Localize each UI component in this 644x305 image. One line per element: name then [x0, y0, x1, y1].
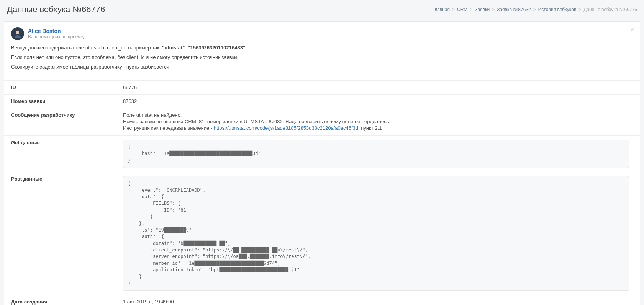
page-title: Данные вебхука №66776 [7, 5, 105, 15]
data-table: ID 66776 Номер заявки 87632 Сообщение ра… [4, 81, 640, 305]
row-label-get: Get данные [4, 136, 123, 172]
assistant-alert: × Alice Boston Ваш помощник по проекту В… [4, 22, 640, 81]
row-label-order: Номер заявки [4, 95, 123, 108]
breadcrumb-item[interactable]: Заявка №87632 [497, 7, 531, 12]
breadcrumb-item[interactable]: История вебхуков [538, 7, 577, 12]
row-value-created: 1 окт. 2019 г., 19:49:00 [123, 295, 640, 305]
row-label-created: Дата создания [4, 295, 123, 305]
chevron-right-icon: > [452, 7, 455, 12]
row-value-order: 87632 [123, 95, 640, 108]
table-row: Дата создания 1 окт. 2019 г., 19:49:00 [4, 295, 640, 305]
assistant-subtitle: Ваш помощник по проекту [28, 34, 85, 39]
breadcrumb: Главная > CRM > Заявки > Заявка №87632 >… [432, 7, 637, 12]
get-code-block: { "hash": "1a███████████████████████████… [123, 140, 629, 168]
table-row: Номер заявки 87632 [4, 95, 640, 108]
chevron-right-icon: > [578, 7, 581, 12]
chevron-right-icon: > [492, 7, 495, 12]
breadcrumb-item[interactable]: Главная [432, 7, 450, 12]
table-row: Get данные { "hash": "1a████████████████… [4, 136, 640, 172]
alert-line-3: Скопируйте содержимое таблицы разработчи… [11, 64, 633, 70]
row-value-devmsg: Поле utmstat не найдено. Номер заявки во… [123, 108, 640, 136]
table-row: Post данные { "event": "ONCRMLEADADD", "… [4, 172, 640, 295]
table-row: ID 66776 [4, 81, 640, 95]
svg-point-1 [16, 31, 19, 34]
main-panel: × Alice Boston Ваш помощник по проекту В… [4, 21, 640, 305]
alert-line-2: Если поля нет или оно пустое, это пробле… [11, 54, 633, 60]
breadcrumb-item[interactable]: Заявки [475, 7, 490, 12]
chevron-right-icon: > [533, 7, 536, 12]
row-label-post: Post данные [4, 172, 123, 295]
avatar [11, 27, 24, 40]
table-row: Сообщение разработчику Поле utmstat не н… [4, 108, 640, 136]
post-code-block: { "event": "ONCRMLEADADD", "data": { "FI… [123, 176, 629, 291]
close-icon[interactable]: × [630, 26, 634, 33]
row-label-devmsg: Сообщение разработчику [4, 108, 123, 136]
assistant-name: Alice Boston [28, 28, 85, 34]
instruction-link[interactable]: https://utmstat.com/code/js/1ade3185f285… [214, 125, 358, 131]
breadcrumb-item[interactable]: CRM [457, 7, 467, 12]
chevron-right-icon: > [470, 7, 472, 12]
breadcrumb-current: Данные вебхука №66776 [583, 7, 637, 12]
row-label-id: ID [4, 81, 123, 95]
row-value-id: 66776 [123, 81, 640, 95]
alert-line-1: Вебхук должен содержать поле utmstat c c… [11, 45, 633, 51]
